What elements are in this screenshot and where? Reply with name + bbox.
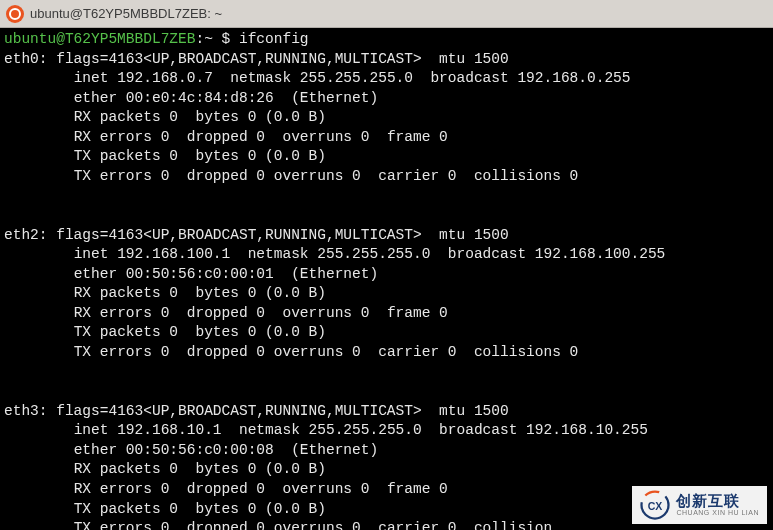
iface-tx-packets: TX packets 0 bytes 0 (0.0 B) [74, 148, 326, 164]
iface-inet: inet 192.168.10.1 netmask 255.255.255.0 … [74, 422, 648, 438]
prompt-symbol: $ [222, 31, 231, 47]
ubuntu-icon [6, 5, 24, 23]
iface-inet: inet 192.168.0.7 netmask 255.255.255.0 b… [74, 70, 631, 86]
svg-text:CX: CX [648, 500, 663, 512]
iface-tx-packets: TX packets 0 bytes 0 (0.0 B) [74, 501, 326, 517]
terminal-output[interactable]: ubuntu@T62YP5MBBDL7ZEB:~ $ ifconfig eth0… [0, 28, 773, 530]
iface-ether: ether 00:e0:4c:84:d8:26 (Ethernet) [74, 90, 379, 106]
iface-flags: flags=4163<UP,BROADCAST,RUNNING,MULTICAS… [56, 51, 508, 67]
window-title: ubuntu@T62YP5MBBDL7ZEB: ~ [30, 6, 222, 21]
iface-rx-packets: RX packets 0 bytes 0 (0.0 B) [74, 461, 326, 477]
iface-name: eth2 [4, 227, 39, 243]
iface-inet: inet 192.168.100.1 netmask 255.255.255.0… [74, 246, 666, 262]
interface-block: eth0: flags=4163<UP,BROADCAST,RUNNING,MU… [4, 50, 769, 187]
watermark: CX 创新互联 CHUANG XIN HU LIAN [632, 486, 767, 524]
iface-ether: ether 00:50:56:c0:00:01 (Ethernet) [74, 266, 379, 282]
iface-tx-packets: TX packets 0 bytes 0 (0.0 B) [74, 324, 326, 340]
iface-name: eth0 [4, 51, 39, 67]
iface-tx-errors: TX errors 0 dropped 0 overruns 0 carrier… [74, 168, 579, 184]
watermark-text-main: 创新互联 [676, 493, 759, 510]
iface-rx-errors: RX errors 0 dropped 0 overruns 0 frame 0 [74, 129, 448, 145]
iface-ether: ether 00:50:56:c0:00:08 (Ethernet) [74, 442, 379, 458]
iface-tx-errors: TX errors 0 dropped 0 overruns 0 carrier… [74, 344, 579, 360]
iface-rx-packets: RX packets 0 bytes 0 (0.0 B) [74, 285, 326, 301]
window-titlebar[interactable]: ubuntu@T62YP5MBBDL7ZEB: ~ [0, 0, 773, 28]
interface-block: eth2: flags=4163<UP,BROADCAST,RUNNING,MU… [4, 226, 769, 363]
prompt-separator: : [195, 31, 204, 47]
iface-rx-errors: RX errors 0 dropped 0 overruns 0 frame 0 [74, 305, 448, 321]
iface-tx-errors: TX errors 0 dropped 0 overruns 0 carrier… [74, 520, 553, 530]
iface-flags: flags=4163<UP,BROADCAST,RUNNING,MULTICAS… [56, 403, 508, 419]
watermark-text-sub: CHUANG XIN HU LIAN [676, 509, 759, 517]
prompt-user: ubuntu@T62YP5MBBDL7ZEB [4, 31, 195, 47]
iface-flags: flags=4163<UP,BROADCAST,RUNNING,MULTICAS… [56, 227, 508, 243]
watermark-logo-icon: CX [640, 490, 670, 520]
iface-rx-packets: RX packets 0 bytes 0 (0.0 B) [74, 109, 326, 125]
iface-name: eth3 [4, 403, 39, 419]
command-text: ifconfig [239, 31, 309, 47]
prompt-path: ~ [204, 31, 213, 47]
iface-rx-errors: RX errors 0 dropped 0 overruns 0 frame 0 [74, 481, 448, 497]
